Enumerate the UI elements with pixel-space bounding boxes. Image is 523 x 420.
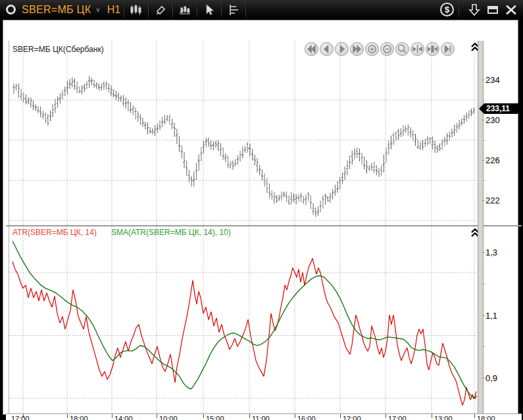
chevron-down-icon[interactable]: ∨ bbox=[95, 6, 100, 13]
time-axis-tick bbox=[340, 414, 341, 418]
restore-icon[interactable] bbox=[485, 3, 501, 17]
levels-icon[interactable] bbox=[225, 2, 242, 18]
time-label: 16:00 bbox=[297, 415, 316, 420]
axis-minor-tick bbox=[484, 180, 486, 181]
time-axis-tick bbox=[386, 414, 386, 418]
chart-window: SBER=МБ ЦК ∨ H1 bbox=[0, 0, 523, 420]
time-label: 11:00 bbox=[252, 415, 270, 420]
time-axis-tick bbox=[295, 414, 295, 418]
vertical-scrollbar[interactable] bbox=[478, 41, 484, 413]
axis-tick bbox=[482, 160, 486, 161]
time-label: 12:00 bbox=[343, 415, 361, 420]
price-tick-label: 230 bbox=[486, 115, 500, 125]
time-axis-tick bbox=[203, 414, 204, 418]
axis-minor-tick bbox=[484, 100, 486, 101]
time-axis-tick bbox=[474, 414, 475, 418]
price-chart-plot[interactable] bbox=[9, 41, 477, 225]
atr-tick-label: 1,3 bbox=[486, 248, 497, 257]
axis-tick bbox=[482, 80, 486, 80]
axis-minor-tick bbox=[484, 284, 486, 284]
time-axis-tick bbox=[157, 414, 157, 418]
time-label: 17:00 bbox=[11, 415, 30, 420]
axis-minor-tick bbox=[484, 140, 486, 141]
atr-tick-label: 1,1 bbox=[486, 311, 497, 321]
titlebar: SBER=МБ ЦК ∨ H1 bbox=[0, 0, 523, 20]
time-axis-tick bbox=[249, 414, 250, 418]
titlebar-instrument[interactable]: SBER=МБ ЦК bbox=[22, 4, 91, 16]
candlestick-chart-icon[interactable] bbox=[128, 2, 145, 18]
volume-chart-icon[interactable] bbox=[176, 2, 193, 18]
axis-minor-tick bbox=[484, 346, 486, 347]
atr-indicator-plot[interactable] bbox=[9, 226, 477, 413]
toolbar-separator bbox=[148, 3, 149, 17]
dollar-icon[interactable]: $ bbox=[440, 3, 454, 16]
chart-area: SBER=МБ ЦК(Сбербанк) ATR(SBER=МБ ЦК, 14)… bbox=[3, 20, 518, 415]
window-controls: $ bbox=[440, 3, 519, 17]
axis-tick bbox=[482, 120, 486, 120]
time-label: 10:00 bbox=[159, 415, 178, 420]
time-axis-tick bbox=[112, 414, 112, 418]
price-tick-label: 234 bbox=[486, 75, 500, 85]
axis-tick bbox=[482, 252, 486, 253]
time-label: 17:00 bbox=[388, 415, 407, 420]
axis-tick bbox=[482, 315, 486, 316]
toolbar-separator bbox=[124, 3, 124, 17]
time-label: 18:00 bbox=[477, 415, 495, 420]
time-axis-tick bbox=[67, 414, 68, 418]
axis-tick bbox=[482, 200, 486, 201]
time-label: 18:00 bbox=[70, 415, 88, 420]
time-label: 13:00 bbox=[434, 415, 453, 420]
time-label: 14:00 bbox=[114, 415, 133, 420]
atr-tick-label: 0,9 bbox=[486, 373, 497, 383]
instrument-logo-icon bbox=[6, 5, 16, 14]
time-axis-tick bbox=[432, 414, 432, 418]
close-icon[interactable] bbox=[503, 3, 519, 17]
toolbar-separator bbox=[459, 3, 459, 17]
time-axis[interactable]: 17:0011/09/1918:0016/09/1914:0019/09/191… bbox=[6, 414, 522, 420]
last-price-badge: 233,11 bbox=[479, 103, 522, 114]
time-label: 15:00 bbox=[206, 415, 224, 420]
price-tick-label: 226 bbox=[486, 155, 500, 165]
pencil-icon[interactable] bbox=[152, 2, 169, 18]
cursor-icon[interactable] bbox=[201, 2, 218, 18]
toolbar-separator bbox=[197, 3, 197, 17]
axis-tick bbox=[482, 378, 486, 379]
toolbar-separator bbox=[245, 3, 246, 17]
download-icon[interactable] bbox=[466, 3, 482, 17]
toolbar-separator bbox=[172, 3, 173, 17]
timeframe-selector[interactable]: H1 bbox=[107, 4, 120, 16]
toolbar-separator bbox=[221, 3, 222, 17]
price-tick-label: 222 bbox=[486, 196, 500, 205]
